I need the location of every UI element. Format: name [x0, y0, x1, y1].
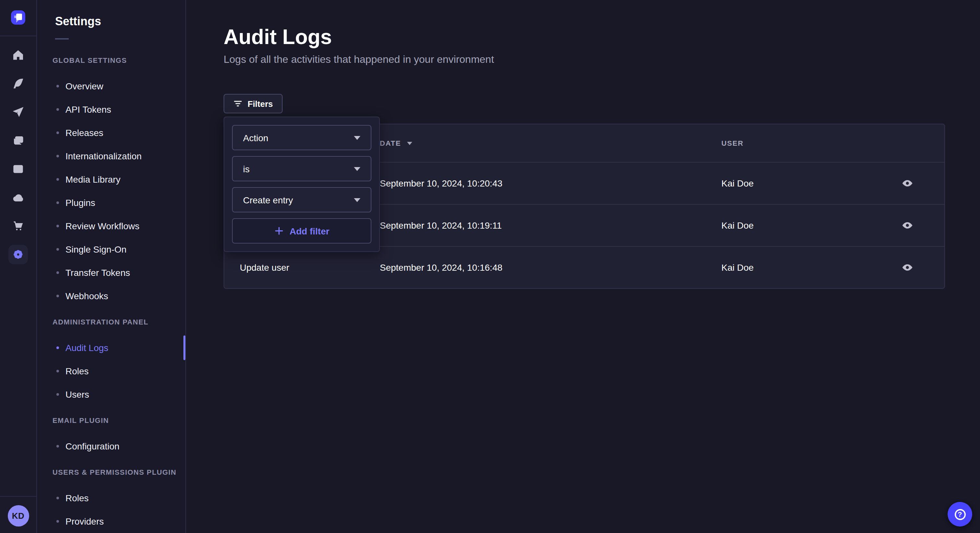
- bullet-icon: [56, 346, 59, 349]
- sidebar-item-api-tokens[interactable]: API Tokens: [37, 98, 185, 121]
- sidebar-item-up-providers[interactable]: Providers: [37, 510, 185, 533]
- settings-subnav: Settings GLOBAL SETTINGS Overview API To…: [37, 0, 186, 533]
- cell-user: Kai Doe: [721, 220, 869, 230]
- rail-bottom: KD: [0, 496, 36, 533]
- sidebar-item-email-configuration[interactable]: Configuration: [37, 435, 185, 458]
- plus-icon: [274, 226, 284, 236]
- bullet-icon: [56, 108, 59, 111]
- bullet-icon: [56, 178, 59, 181]
- main-content: Audit Logs Logs of all the activities th…: [186, 0, 980, 533]
- section-label-global-settings: GLOBAL SETTINGS: [52, 56, 185, 65]
- bullet-icon: [56, 132, 59, 134]
- settings-gear-icon: [13, 249, 23, 260]
- eye-icon: [902, 219, 913, 231]
- chevron-down-icon: [354, 198, 360, 202]
- sidebar-item-admin-roles[interactable]: Roles: [37, 359, 185, 383]
- active-item-indicator: [183, 335, 185, 360]
- global-settings-list: Overview API Tokens Releases Internation…: [37, 75, 185, 308]
- subnav-title-divider: [55, 38, 69, 40]
- question-mark-icon: ?: [955, 509, 966, 520]
- nav-home-button[interactable]: [4, 41, 32, 69]
- user-avatar[interactable]: KD: [8, 505, 29, 527]
- cell-user: Kai Doe: [721, 178, 869, 189]
- rail-nav: [4, 41, 32, 269]
- sidebar-item-admin-users[interactable]: Users: [37, 383, 185, 406]
- table-row[interactable]: Update user September 10, 2024, 10:16:48…: [224, 246, 944, 288]
- bullet-icon: [56, 155, 59, 157]
- section-label-email-plugin: EMAIL PLUGIN: [52, 416, 185, 425]
- bullet-icon: [56, 370, 59, 373]
- sidebar-item-releases[interactable]: Releases: [37, 121, 185, 144]
- layout-icon: [13, 164, 23, 174]
- bullet-icon: [56, 393, 59, 396]
- bullet-icon: [56, 271, 59, 274]
- filter-value-select[interactable]: Create entry: [232, 187, 371, 213]
- sidebar-item-single-sign-on[interactable]: Single Sign-On: [37, 238, 185, 261]
- sidebar-item-webhooks[interactable]: Webhooks: [37, 284, 185, 308]
- sidebar-item-plugins[interactable]: Plugins: [37, 191, 185, 214]
- feather-icon: [13, 78, 23, 89]
- sidebar-item-audit-logs[interactable]: Audit Logs: [37, 336, 185, 359]
- media-library-icon: [13, 135, 23, 146]
- main-nav-rail: KD: [0, 0, 37, 533]
- bullet-icon: [56, 295, 59, 297]
- view-details-button[interactable]: [897, 215, 918, 236]
- filter-operator-select[interactable]: is: [232, 156, 371, 181]
- sidebar-item-media-library[interactable]: Media Library: [37, 168, 185, 191]
- cell-date: September 10, 2024, 10:19:11: [380, 220, 721, 230]
- content-body: Filters Action is Create entry: [224, 94, 945, 289]
- cell-date: September 10, 2024, 10:20:43: [380, 178, 721, 189]
- sort-desc-icon: [407, 141, 412, 145]
- bullet-icon: [56, 225, 59, 227]
- strapi-logo[interactable]: [11, 10, 25, 25]
- section-label-users-permissions-plugin: USERS & PERMISSIONS PLUGIN: [52, 468, 185, 477]
- view-details-button[interactable]: [897, 257, 918, 278]
- app-window: KD Settings GLOBAL SETTINGS Overview API…: [0, 0, 980, 533]
- view-details-button[interactable]: [897, 173, 918, 194]
- nav-deploy-button[interactable]: [4, 183, 32, 212]
- bullet-icon: [56, 445, 59, 447]
- sidebar-item-review-workflows[interactable]: Review Workflows: [37, 214, 185, 238]
- bullet-icon: [56, 520, 59, 523]
- cloud-icon: [13, 192, 23, 203]
- eye-icon: [902, 178, 913, 189]
- rail-bottom-divider: [0, 496, 36, 497]
- sidebar-item-overview[interactable]: Overview: [37, 75, 185, 98]
- administration-panel-list: Audit Logs Roles Users: [37, 336, 185, 406]
- nav-content-type-builder-button[interactable]: [4, 98, 32, 126]
- paper-plane-icon: [13, 107, 23, 117]
- sidebar-item-internationalization[interactable]: Internationalization: [37, 144, 185, 168]
- section-label-administration-panel: ADMINISTRATION PANEL: [52, 318, 185, 327]
- filters-button[interactable]: Filters: [224, 94, 283, 113]
- add-filter-button[interactable]: Add filter: [232, 218, 371, 244]
- cell-date: September 10, 2024, 10:16:48: [380, 262, 721, 273]
- nav-layout-button[interactable]: [4, 155, 32, 183]
- nav-marketplace-button[interactable]: [4, 212, 32, 240]
- sidebar-item-transfer-tokens[interactable]: Transfer Tokens: [37, 261, 185, 284]
- cell-user: Kai Doe: [721, 262, 869, 273]
- nav-settings-button[interactable]: [4, 240, 32, 269]
- rail-divider: [0, 36, 36, 36]
- column-header-user: USER: [721, 139, 869, 147]
- eye-icon: [902, 262, 913, 273]
- subnav-title: Settings: [55, 14, 185, 29]
- chevron-down-icon: [354, 136, 360, 140]
- filter-icon: [233, 99, 242, 108]
- bullet-icon: [56, 85, 59, 87]
- filter-field-select[interactable]: Action: [232, 125, 371, 150]
- page-title: Audit Logs: [224, 26, 980, 49]
- strapi-logo-icon: [16, 14, 22, 20]
- settings-active-tile: [8, 245, 28, 264]
- email-plugin-list: Configuration: [37, 435, 185, 458]
- sidebar-item-up-roles[interactable]: Roles: [37, 486, 185, 510]
- shopping-cart-icon: [13, 221, 23, 231]
- nav-media-library-button[interactable]: [4, 126, 32, 155]
- column-header-date[interactable]: DATE: [380, 139, 721, 147]
- filter-popover: Action is Create entry Add filter: [224, 117, 380, 252]
- bullet-icon: [56, 248, 59, 251]
- help-button[interactable]: ?: [948, 502, 972, 527]
- bullet-icon: [56, 201, 59, 204]
- nav-content-manager-button[interactable]: [4, 69, 32, 98]
- bullet-icon: [56, 497, 59, 499]
- home-icon: [13, 50, 23, 60]
